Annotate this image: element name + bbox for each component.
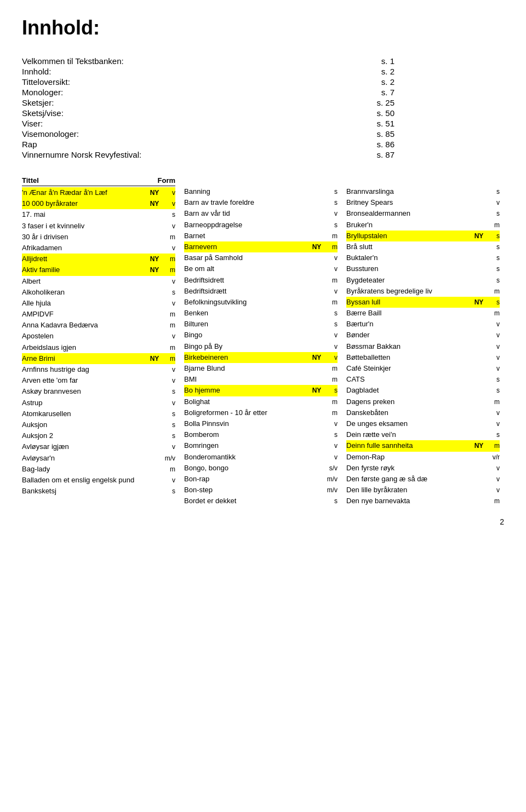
entry-title: Den lille byråkraten	[346, 485, 471, 495]
entry-title: Arbeidslaus igjen	[22, 343, 147, 353]
entry-form: s	[487, 386, 500, 395]
entry-title: Bomberom	[184, 430, 309, 440]
list-item: 17. mai s	[22, 209, 175, 220]
entry-title: Bronsealdermannen	[346, 209, 471, 218]
entry-title: Bordet er dekket	[184, 496, 309, 506]
list-item: Bøssmar Bakkan v	[346, 341, 500, 352]
list-item: Banning s	[184, 186, 338, 197]
ny-badge: NY	[309, 386, 324, 395]
entry-title: 3 faser i et kvinneliv	[22, 221, 147, 231]
list-item: Britney Spears v	[346, 197, 500, 208]
toc-row: Sketsjer: s. 25	[22, 97, 504, 108]
entry-title: Banksketsj	[22, 486, 147, 496]
entry-title: Byråkratens begredelige liv	[346, 286, 471, 296]
entry-title: Bolighat	[184, 397, 309, 407]
entry-form: s	[487, 264, 500, 274]
toc-label: Velkommen til Tekstbanken:	[22, 56, 241, 66]
entry-form: s	[324, 187, 338, 197]
entry-title: Albert	[22, 277, 147, 286]
list-item: Dagbladet s	[346, 385, 500, 396]
entry-title: Be om alt	[184, 264, 309, 274]
list-item: Den fyrste røyk v	[346, 463, 500, 474]
entry-title: CATS	[346, 375, 471, 384]
entry-form: s	[487, 254, 500, 263]
entry-title: Atomkarusellen	[22, 409, 147, 419]
list-item: 10 000 byråkrater NY v	[22, 198, 175, 209]
entry-title: Befolkningsutvikling	[184, 297, 309, 307]
toc-label: Viser:	[22, 118, 241, 129]
list-item: Den første gang æ så dæ v	[346, 474, 500, 485]
list-item: Auksjon 2 s	[22, 430, 175, 441]
entry-form: v	[487, 342, 500, 352]
entry-title: Arne Brimi	[22, 354, 147, 364]
list-item: Bønder v	[346, 330, 500, 341]
entry-title: 30 år i drivisen	[22, 232, 147, 242]
entry-form: v	[487, 198, 500, 208]
toc-row: Titteloversikt: s. 2	[22, 77, 504, 87]
list-item: Barn av travle foreldre s	[184, 197, 338, 208]
entry-title: Anna Kadavra Bedærva	[22, 320, 147, 330]
list-item: Bronsealdermannen s	[346, 208, 500, 219]
toc-row: Rap s. 86	[22, 139, 504, 149]
toc-page: s. 85	[241, 129, 504, 139]
entry-title: Bon-step	[184, 485, 309, 495]
list-item: Auksjon s	[22, 419, 175, 430]
ny-badge: NY	[471, 441, 487, 451]
toc-label: Rap	[22, 139, 241, 149]
entry-title: Bærre Baill	[346, 308, 471, 318]
list-item: Barneoppdragelse s	[184, 220, 338, 231]
list-item: Befolkningsutvikling m	[184, 297, 338, 308]
entry-title: Alle hjula	[22, 298, 147, 308]
ny-badge: NY	[147, 354, 162, 364]
list-item: Bøtteballetten v	[346, 352, 500, 363]
list-item: Bærre Baill m	[346, 308, 500, 319]
list-item: Bedriftsidrett m	[184, 275, 338, 286]
entry-form: m	[162, 255, 175, 264]
entry-form: m	[324, 408, 338, 418]
list-item: Askøy brannvesen s	[22, 386, 175, 397]
entry-form: s	[162, 387, 175, 396]
entry-title: Bøtteballetten	[346, 353, 471, 362]
entry-form: v	[487, 320, 500, 329]
entry-title: Bedriftsidrett	[184, 275, 309, 285]
entry-form: s	[324, 309, 338, 318]
toc-row: Vinnernumre Norsk Revyfestival: s. 87	[22, 149, 504, 160]
entry-form: m	[487, 221, 500, 230]
list-item: Brå slutt s	[346, 241, 500, 252]
ny-badge: NY	[309, 243, 324, 252]
entry-form: s	[487, 232, 500, 241]
entry-title: Boligreformen - 10 år etter	[184, 408, 309, 418]
list-item: Bussturen s	[346, 263, 500, 274]
toc-page: s. 2	[241, 77, 504, 87]
entry-title: Barnevern	[184, 242, 309, 252]
list-item: Bon-rap m/v	[184, 474, 338, 485]
entry-form: s	[324, 221, 338, 230]
list-item: CATS s	[346, 374, 500, 385]
entry-title: Bingo	[184, 330, 309, 340]
content-columns: Tittel Form 'n Ænar å'n Rædar å'n Læf NY…	[22, 176, 504, 506]
list-item: BMI m	[184, 374, 338, 385]
list-item: Bonderomantikk v	[184, 452, 338, 463]
entry-form: v	[162, 188, 175, 198]
entry-title: De unges eksamen	[346, 419, 471, 429]
entry-title: Alljidrett	[22, 254, 147, 264]
entry-form: v	[324, 254, 338, 263]
list-item: Bygdeteater s	[346, 275, 500, 286]
entry-title: Bærtur'n	[346, 319, 471, 329]
list-item: Apostelen v	[22, 331, 175, 342]
toc-page: s. 51	[241, 118, 504, 129]
entry-form: v	[324, 342, 338, 352]
entry-title: Barnet	[184, 231, 309, 241]
entry-title: Bomringen	[184, 441, 309, 451]
entry-title: Barneoppdragelse	[184, 220, 309, 230]
entry-title: Alkoholikeran	[22, 287, 147, 297]
list-item: Bag-lady m	[22, 464, 175, 475]
entry-title: 10 000 byråkrater	[22, 199, 147, 209]
entry-form: s	[162, 421, 175, 430]
entry-form: m	[162, 343, 175, 353]
entry-form: m/v	[162, 454, 175, 463]
entry-form: m	[162, 310, 175, 319]
entry-form: v	[162, 199, 175, 209]
column-2: Banning s Barn av travle foreldre s Barn…	[180, 176, 342, 506]
entry-title: Britney Spears	[346, 198, 471, 208]
